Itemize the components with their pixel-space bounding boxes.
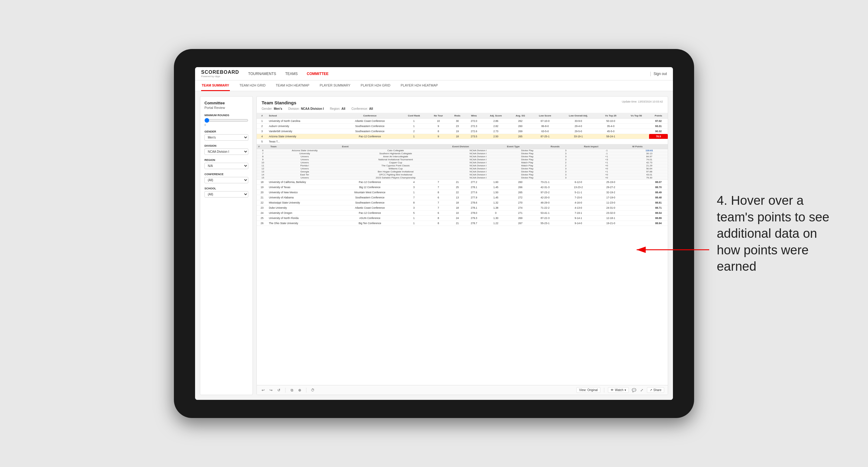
- table-row[interactable]: 21 University of Alabama Southeastern Co…: [257, 195, 668, 200]
- avg-sg-cell: 272: [509, 195, 531, 200]
- subnav-player-h2h-heatmap[interactable]: PLAYER H2H HEATMAP: [400, 80, 438, 91]
- conf-cell: Big Ten Conference: [339, 221, 400, 226]
- vs-top50-cell: [624, 200, 649, 206]
- watch-button[interactable]: 👁 Watch ▾: [608, 387, 629, 393]
- table-row[interactable]: 3 Vanderbilt University Southeastern Con…: [257, 129, 668, 134]
- vs-top25-cell: 45-5-0: [598, 129, 624, 134]
- vs-top50-cell: [624, 216, 649, 221]
- conf-rank-cell: 5: [400, 211, 428, 216]
- avg-sg-cell: 269: [509, 216, 531, 221]
- division-select[interactable]: NCAA Division I NCAA Division II: [205, 149, 248, 155]
- conf-cell: Pac-12 Conference: [339, 134, 400, 139]
- min-rounds-slider[interactable]: [205, 118, 248, 123]
- reset-icon[interactable]: ↺: [276, 387, 282, 393]
- filter-min-rounds: Minimum Rounds 0: [205, 114, 248, 126]
- undo-icon[interactable]: ↩: [260, 387, 266, 393]
- nav-tournaments[interactable]: TOURNAMENTS: [248, 70, 276, 77]
- points-cell[interactable]: 88.70: [649, 185, 668, 190]
- table-container[interactable]: # School Conference Conf Rank No Tour Rn…: [257, 113, 668, 385]
- vs-top25-cell: 11-23-0: [598, 200, 624, 206]
- paste-icon[interactable]: ⊕: [297, 387, 303, 393]
- share-button[interactable]: ↗ Share: [647, 387, 664, 393]
- clock-icon[interactable]: ⏱: [310, 387, 315, 393]
- table-row[interactable]: 5 Texas T...: [257, 139, 668, 144]
- subnav-team-summary[interactable]: TEAM SUMMARY: [201, 80, 230, 91]
- expanded-data-row: 13 Georgia Ben Hogan Collegiate Invitati…: [257, 170, 668, 173]
- wins-cell: 278.6: [465, 200, 483, 206]
- region-select[interactable]: N/A All: [205, 163, 248, 169]
- rnds-cell: 10: [449, 211, 465, 216]
- table-row[interactable]: 19 University of Texas Big 12 Conference…: [257, 185, 668, 190]
- vs-top50-cell: [624, 211, 649, 216]
- points-cell[interactable]: 88.49: [649, 190, 668, 195]
- rnds-cell: 18: [449, 200, 465, 206]
- wins-cell: 277.2: [465, 180, 483, 185]
- avg-sg-cell: 260: [509, 180, 531, 185]
- navbar: SCOREBOARD Powered by clippi TOURNAMENTS…: [195, 67, 673, 81]
- vs-top25-cell: 17-19-0: [598, 195, 624, 200]
- toolbar-divider-3: [604, 388, 604, 393]
- wins-cell: 278.1: [465, 185, 483, 190]
- filter-conference-display: Conference: All: [351, 107, 373, 111]
- comment-icon[interactable]: 💬: [631, 387, 637, 393]
- low-overall-cell: 6-12-0: [559, 180, 598, 185]
- division-filter-label: Division:: [288, 107, 300, 111]
- table-row[interactable]: 22 Mississippi State University Southeas…: [257, 200, 668, 206]
- subnav-team-h2h-heatmap[interactable]: TEAM H2H HEATMAP: [275, 80, 310, 91]
- table-row[interactable]: 23 Duke University Atlantic Coast Confer…: [257, 206, 668, 211]
- table-row[interactable]: 25 University of North Florida ASUN Conf…: [257, 216, 668, 221]
- points-cell[interactable]: 88.71: [649, 206, 668, 211]
- table-row[interactable]: 18 University of California, Berkeley Pa…: [257, 180, 668, 185]
- conf-cell: Southeastern Conference: [339, 129, 400, 134]
- gender-select[interactable]: Men's Women's: [205, 134, 248, 141]
- expanded-data-row: 9 Univers National Invitational Tourname…: [257, 158, 668, 161]
- points-cell[interactable]: 78.5: [649, 134, 668, 139]
- no-tour-cell: 9: [428, 134, 450, 139]
- filter-conference-label: Conference: [205, 173, 248, 176]
- conf-cell: Atlantic Coast Conference: [339, 119, 400, 124]
- vs-top25-cell: 29-27-2: [598, 185, 624, 190]
- nav-teams[interactable]: TEAMS: [285, 70, 298, 77]
- table-row[interactable]: 26 The Ohio State University Big Ten Con…: [257, 221, 668, 226]
- conference-select[interactable]: (All): [205, 177, 248, 183]
- points-cell[interactable]: 88.54: [649, 211, 668, 216]
- table-row[interactable]: 24 University of Oregon Pac-12 Conferenc…: [257, 211, 668, 216]
- exp-col-team: Team: [269, 144, 341, 149]
- points-cell[interactable]: 88.07: [649, 180, 668, 185]
- table-row highlighted-row[interactable]: 4 Arizona State University Pac-12 Confer…: [257, 134, 668, 139]
- nav-committee[interactable]: COMMITTEE: [307, 70, 329, 77]
- subnav-player-summary[interactable]: PLAYER SUMMARY: [319, 80, 351, 91]
- rank-cell: 23: [257, 206, 267, 211]
- redo-icon[interactable]: ↪: [268, 387, 274, 393]
- school-cell: University of Oregon: [267, 211, 339, 216]
- table-row[interactable]: 1 University of North Carolina Atlantic …: [257, 119, 668, 124]
- col-rnds: Rnds: [449, 113, 465, 119]
- points-cell[interactable]: 88.94: [649, 221, 668, 226]
- school-cell: Texas T...: [267, 139, 339, 144]
- exp-col-points: W Points: [630, 144, 668, 149]
- filter-region: Region N/A All: [205, 158, 248, 169]
- subnav-player-h2h-grid[interactable]: PLAYER H2H GRID: [360, 80, 391, 91]
- table-row[interactable]: 20 University of New Mexico Mountain Wes…: [257, 190, 668, 195]
- copy-icon[interactable]: ⧉: [289, 387, 294, 393]
- subnav-team-h2h-grid[interactable]: TEAM H2H GRID: [239, 80, 266, 91]
- points-cell[interactable]: 90.32: [649, 129, 668, 134]
- school-select[interactable]: (All): [205, 191, 248, 197]
- points-cell[interactable]: 88.81: [649, 200, 668, 206]
- sign-out-button[interactable]: Sign out: [654, 72, 667, 76]
- filter-school: School (All): [205, 187, 248, 197]
- points-cell[interactable]: 88.48: [649, 195, 668, 200]
- vs-top50-cell: [624, 185, 649, 190]
- points-cell[interactable]: 97.02: [649, 119, 668, 124]
- gender-filter-label: Gender:: [261, 107, 273, 111]
- points-cell[interactable]: 93.31: [649, 124, 668, 129]
- table-row[interactable]: 2 Auburn University Southeastern Confere…: [257, 124, 668, 129]
- avg-sg-cell: 270: [509, 200, 531, 206]
- expanded-header: # Team Event Event Division Event Type R…: [257, 144, 668, 149]
- fullscreen-icon[interactable]: ⤢: [639, 387, 645, 393]
- view-button[interactable]: View: Original: [577, 387, 601, 393]
- points-cell[interactable]: 88.89: [649, 216, 668, 221]
- conf-cell: Pac-12 Conference: [339, 211, 400, 216]
- view-label: View: Original: [579, 388, 598, 392]
- rank-cell: 4: [257, 134, 267, 139]
